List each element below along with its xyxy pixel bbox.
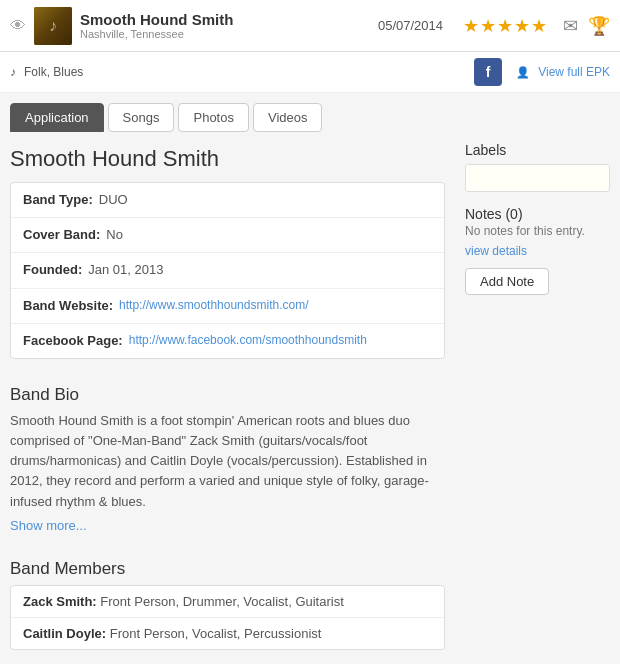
view-epk-link[interactable]: View full EPK: [538, 65, 610, 79]
header-icons: 👁: [10, 17, 26, 35]
member-row: Zack Smith: Front Person, Drummer, Vocal…: [11, 586, 444, 618]
founded-value: Jan 01, 2013: [88, 261, 163, 279]
bandtype-label: Band Type:: [23, 191, 93, 209]
trophy-icon[interactable]: 🏆: [588, 15, 610, 37]
add-note-button[interactable]: Add Note: [465, 268, 549, 295]
tab-photos[interactable]: Photos: [178, 103, 248, 132]
bandtype-value: DUO: [99, 191, 128, 209]
music-icon: ♪: [10, 65, 16, 79]
main-content: Smooth Hound Smith Band Type: DUO Cover …: [0, 132, 455, 664]
bio-text: Smooth Hound Smith is a foot stompin' Am…: [10, 411, 445, 512]
band-info: Smooth Hound Smith Nashville, Tennessee: [80, 11, 233, 40]
tab-songs[interactable]: Songs: [108, 103, 175, 132]
info-row-facebook: Facebook Page: http://www.facebook.com/s…: [11, 324, 444, 358]
person-icon: 👤: [516, 66, 530, 79]
info-row-coverband: Cover Band: No: [11, 218, 444, 253]
header-left: 👁 Smooth Hound Smith Nashville, Tennesse…: [10, 7, 378, 45]
notes-empty: No notes for this entry.: [465, 224, 610, 238]
info-row-founded: Founded: Jan 01, 2013: [11, 253, 444, 288]
band-location: Nashville, Tennessee: [80, 28, 233, 40]
show-more-link[interactable]: Show more...: [10, 518, 445, 533]
facebook-label: Facebook Page:: [23, 332, 123, 350]
sidebar: Labels Notes (0) No notes for this entry…: [455, 132, 620, 664]
tab-application[interactable]: Application: [10, 103, 104, 132]
genre-bar: ♪ Folk, Blues f 👤 View full EPK: [0, 52, 620, 93]
coverband-label: Cover Band:: [23, 226, 100, 244]
band-thumbnail[interactable]: [34, 7, 72, 45]
facebook-button[interactable]: f: [474, 58, 502, 86]
main-layout: Smooth Hound Smith Band Type: DUO Cover …: [0, 132, 620, 664]
info-table: Band Type: DUO Cover Band: No Founded: J…: [10, 182, 445, 359]
member-name-caitlin: Caitlin Doyle:: [23, 626, 106, 641]
coverband-value: No: [106, 226, 123, 244]
eye-icon[interactable]: 👁: [10, 17, 26, 35]
bio-heading: Band Bio: [10, 377, 445, 411]
star-rating[interactable]: ★★★★★: [463, 15, 548, 37]
info-row-website: Band Website: http://www.smoothhoundsmit…: [11, 289, 444, 324]
members-table: Zack Smith: Front Person, Drummer, Vocal…: [10, 585, 445, 650]
tabs: Application Songs Photos Videos: [0, 93, 620, 132]
website-label: Band Website:: [23, 297, 113, 315]
page-title: Smooth Hound Smith: [10, 132, 445, 182]
genre-text: Folk, Blues: [24, 65, 466, 79]
labels-title: Labels: [465, 142, 610, 158]
facebook-link[interactable]: http://www.facebook.com/smoothhoundsmith: [129, 332, 367, 349]
header-date: 05/07/2014: [378, 18, 443, 33]
member-roles-zack: Front Person, Drummer, Vocalist, Guitari…: [100, 594, 343, 609]
website-link[interactable]: http://www.smoothhoundsmith.com/: [119, 297, 308, 314]
view-details-link[interactable]: view details: [465, 244, 610, 258]
member-row: Caitlin Doyle: Front Person, Vocalist, P…: [11, 618, 444, 649]
labels-input[interactable]: [465, 164, 610, 192]
member-roles-caitlin: Front Person, Vocalist, Percussionist: [110, 626, 322, 641]
header: 👁 Smooth Hound Smith Nashville, Tennesse…: [0, 0, 620, 52]
member-name-zack: Zack Smith:: [23, 594, 97, 609]
tab-videos[interactable]: Videos: [253, 103, 323, 132]
band-name: Smooth Hound Smith: [80, 11, 233, 28]
members-heading: Band Members: [10, 551, 445, 585]
notes-title: Notes (0): [465, 206, 610, 222]
founded-label: Founded:: [23, 261, 82, 279]
header-actions: ✉ 🏆: [563, 15, 610, 37]
email-icon[interactable]: ✉: [563, 15, 578, 37]
info-row-bandtype: Band Type: DUO: [11, 183, 444, 218]
